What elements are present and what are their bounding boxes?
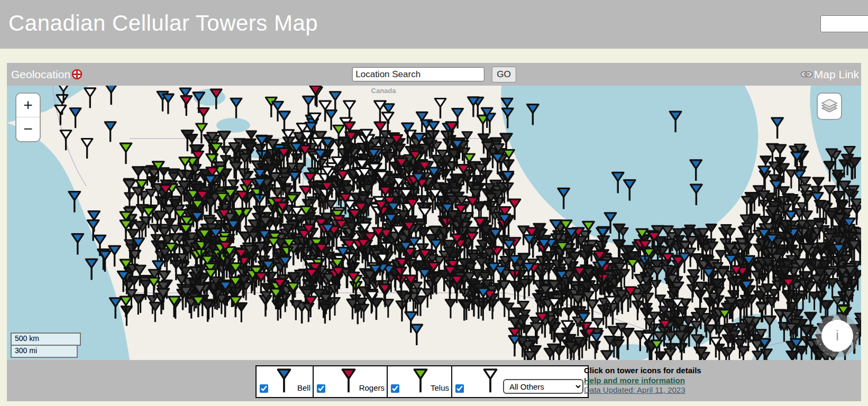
telus-checkbox[interactable]	[391, 384, 399, 393]
zoom-in-button[interactable]: +	[16, 94, 40, 117]
legend-item-bell: Bell	[257, 366, 314, 397]
bell-label: Bell	[297, 383, 310, 392]
bell-tower-icon	[277, 367, 291, 394]
info-icon: i	[821, 320, 853, 352]
footer-info: Click on tower icons for details Help an…	[584, 366, 701, 395]
legend-item-telus: Telus	[388, 366, 452, 397]
zoom-control: + −	[15, 93, 41, 142]
info-button[interactable]: i	[816, 314, 859, 357]
scale-mi: 300 mi	[11, 345, 78, 358]
link-icon	[800, 70, 813, 78]
telus-label: Telus	[431, 383, 449, 392]
footer-bar: Bell Rogers Telus All Others	[7, 360, 861, 401]
telus-tower-icon	[413, 367, 428, 394]
scale-km: 500 km	[11, 333, 81, 346]
map-link-label: Map Link	[814, 68, 859, 81]
all-others-checkbox[interactable]	[455, 384, 464, 393]
map-toolbar: Geolocation GO Map Link	[7, 63, 861, 86]
geolocation-label: Geolocation	[11, 68, 70, 81]
header-search-input[interactable]	[820, 15, 868, 32]
country-label: Canada	[371, 87, 397, 95]
header-gap	[0, 49, 868, 63]
geolocation-button[interactable]: Geolocation	[11, 68, 83, 81]
all-others-tower-icon	[483, 367, 498, 394]
zoom-out-button[interactable]: −	[16, 117, 40, 141]
footer-hint: Click on tower icons for details	[584, 366, 701, 375]
all-others-select[interactable]: All Others	[503, 379, 583, 394]
legend-item-all-others: All Others	[452, 366, 588, 397]
map-canvas[interactable]: Canada + − 500 km 300 mi i	[7, 86, 861, 360]
rogers-tower-icon	[341, 367, 356, 394]
rogers-checkbox[interactable]	[317, 384, 325, 393]
help-link[interactable]: Help and more information	[584, 376, 701, 386]
legend-item-rogers: Rogers	[314, 366, 388, 397]
bell-checkbox[interactable]	[260, 384, 268, 393]
app-header: Canadian Cellular Towers Map	[0, 0, 868, 49]
scale-control: 500 km 300 mi	[11, 333, 81, 358]
data-updated-link[interactable]: Data Updated: April 11, 2023	[584, 385, 701, 395]
basemap-svg: Canada	[7, 86, 861, 360]
go-button[interactable]: GO	[491, 67, 516, 82]
layers-control[interactable]	[817, 93, 842, 120]
map-link-button[interactable]: Map Link	[800, 68, 859, 81]
location-search-input[interactable]	[352, 67, 484, 81]
page-title: Canadian Cellular Towers Map	[0, 0, 868, 36]
legend: Bell Rogers Telus All Others	[255, 365, 589, 398]
crosshair-icon	[71, 69, 83, 80]
layers-icon	[821, 98, 838, 114]
rogers-label: Rogers	[359, 383, 385, 392]
